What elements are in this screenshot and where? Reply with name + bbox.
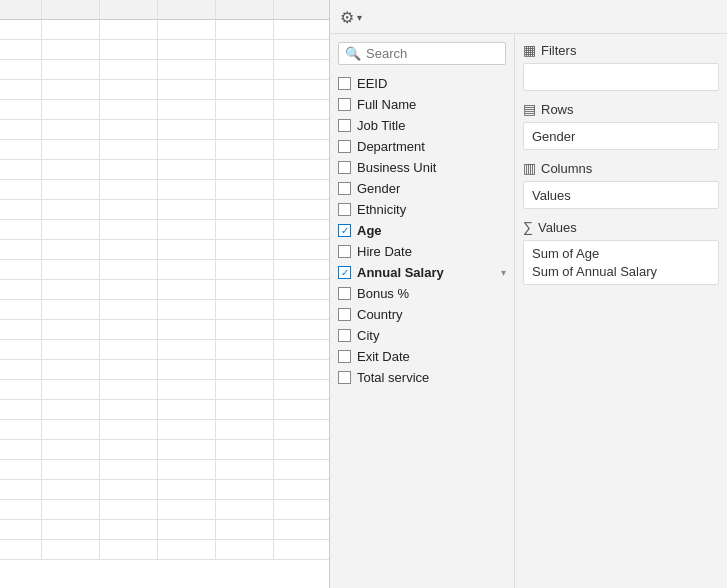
checkbox-total-service[interactable] (338, 371, 351, 384)
cell-r23-c4 (216, 460, 274, 480)
cell-r16-c5 (274, 320, 330, 340)
field-item-hire-date[interactable]: Hire Date (330, 241, 514, 262)
checkbox-bonus-pct[interactable] (338, 287, 351, 300)
checkbox-age[interactable]: ✓ (338, 224, 351, 237)
cell-r6-c0 (0, 120, 42, 140)
cell-r4-c3 (158, 80, 216, 100)
checkbox-country[interactable] (338, 308, 351, 321)
cell-r22-c3 (158, 440, 216, 460)
cell-r8-c0 (0, 160, 42, 180)
cell-r13-c2 (100, 260, 158, 280)
filters-label: Filters (541, 43, 576, 58)
cell-r15-c4 (216, 300, 274, 320)
cell-r19-c0 (0, 380, 42, 400)
gear-button[interactable]: ⚙ ▾ (340, 8, 362, 27)
cell-r21-c3 (158, 420, 216, 440)
rows-field[interactable]: Gender (523, 122, 719, 150)
field-item-country[interactable]: Country (330, 304, 514, 325)
field-item-city[interactable]: City (330, 325, 514, 346)
config-section: ▦ Filters ▤ Rows Gender (515, 34, 727, 588)
cell-r27-c5 (274, 540, 330, 560)
cell-r12-c3 (158, 240, 216, 260)
cell-r27-c3 (158, 540, 216, 560)
cell-r1-c5 (274, 20, 330, 40)
cell-r20-c3 (158, 400, 216, 420)
checkbox-gender[interactable] (338, 182, 351, 195)
field-label-exit-date: Exit Date (357, 349, 410, 364)
cell-r10-c2 (100, 200, 158, 220)
cell-r11-c3 (158, 220, 216, 240)
field-item-annual-salary[interactable]: ✓Annual Salary▾ (330, 262, 514, 283)
cell-r20-c4 (216, 400, 274, 420)
cell-r5-c0 (0, 100, 42, 120)
cell-r22-c4 (216, 440, 274, 460)
expand-arrow-annual-salary[interactable]: ▾ (501, 267, 506, 278)
cell-r27-c4 (216, 540, 274, 560)
field-label-country: Country (357, 307, 403, 322)
cell-r26-c3 (158, 520, 216, 540)
cell-r18-c2 (100, 360, 158, 380)
cell-r25-c1 (42, 500, 100, 520)
checkbox-full-name[interactable] (338, 98, 351, 111)
cell-r18-c0 (0, 360, 42, 380)
search-input[interactable] (366, 46, 499, 61)
field-item-eeid[interactable]: EEID (330, 73, 514, 94)
checkbox-hire-date[interactable] (338, 245, 351, 258)
cell-r19-c4 (216, 380, 274, 400)
checkbox-exit-date[interactable] (338, 350, 351, 363)
cell-r9-c2 (100, 180, 158, 200)
columns-field[interactable]: Values (523, 181, 719, 209)
cell-r17-c1 (42, 340, 100, 360)
checkbox-ethnicity[interactable] (338, 203, 351, 216)
cell-r25-c4 (216, 500, 274, 520)
cell-r21-c0 (0, 420, 42, 440)
field-item-full-name[interactable]: Full Name (330, 94, 514, 115)
cell-r7-c5 (274, 140, 330, 160)
values-item-1[interactable]: Sum of Annual Salary (532, 264, 657, 279)
checkbox-eeid[interactable] (338, 77, 351, 90)
search-bar[interactable]: 🔍 (338, 42, 506, 65)
field-item-business-unit[interactable]: Business Unit (330, 157, 514, 178)
field-item-gender[interactable]: Gender (330, 178, 514, 199)
field-item-job-title[interactable]: Job Title (330, 115, 514, 136)
field-item-bonus-pct[interactable]: Bonus % (330, 283, 514, 304)
checkbox-department[interactable] (338, 140, 351, 153)
field-label-total-service: Total service (357, 370, 429, 385)
columns-label: Columns (541, 161, 592, 176)
cell-r8-c5 (274, 160, 330, 180)
filters-field[interactable] (523, 63, 719, 91)
cell-r24-c0 (0, 480, 42, 500)
cell-r17-c5 (274, 340, 330, 360)
cell-r3-c4 (216, 60, 274, 80)
cell-r2-c4 (216, 40, 274, 60)
field-item-ethnicity[interactable]: Ethnicity (330, 199, 514, 220)
cell-r5-c2 (100, 100, 158, 120)
field-item-exit-date[interactable]: Exit Date (330, 346, 514, 367)
cell-r11-c0 (0, 220, 42, 240)
cell-r9-c5 (274, 180, 330, 200)
field-label-gender: Gender (357, 181, 400, 196)
cell-r15-c3 (158, 300, 216, 320)
cell-r7-c3 (158, 140, 216, 160)
values-field[interactable]: Sum of AgeSum of Annual Salary (523, 240, 719, 285)
checkbox-city[interactable] (338, 329, 351, 342)
checkbox-job-title[interactable] (338, 119, 351, 132)
cell-r18-c5 (274, 360, 330, 380)
cell-r19-c1 (42, 380, 100, 400)
cell-r6-c3 (158, 120, 216, 140)
checkbox-annual-salary[interactable]: ✓ (338, 266, 351, 279)
cell-r1-c0 (0, 20, 42, 40)
cell-r17-c0 (0, 340, 42, 360)
cell-r7-c0 (0, 140, 42, 160)
cell-r5-c1 (42, 100, 100, 120)
cell-r2-c1 (42, 40, 100, 60)
cell-r3-c2 (100, 60, 158, 80)
field-item-total-service[interactable]: Total service (330, 367, 514, 388)
spreadsheet-area: (function() { const grid = document.quer… (0, 0, 330, 588)
values-item-0[interactable]: Sum of Age (532, 246, 599, 261)
checkbox-business-unit[interactable] (338, 161, 351, 174)
rows-icon: ▤ (523, 101, 536, 117)
cell-r14-c0 (0, 280, 42, 300)
field-item-age[interactable]: ✓Age (330, 220, 514, 241)
field-item-department[interactable]: Department (330, 136, 514, 157)
